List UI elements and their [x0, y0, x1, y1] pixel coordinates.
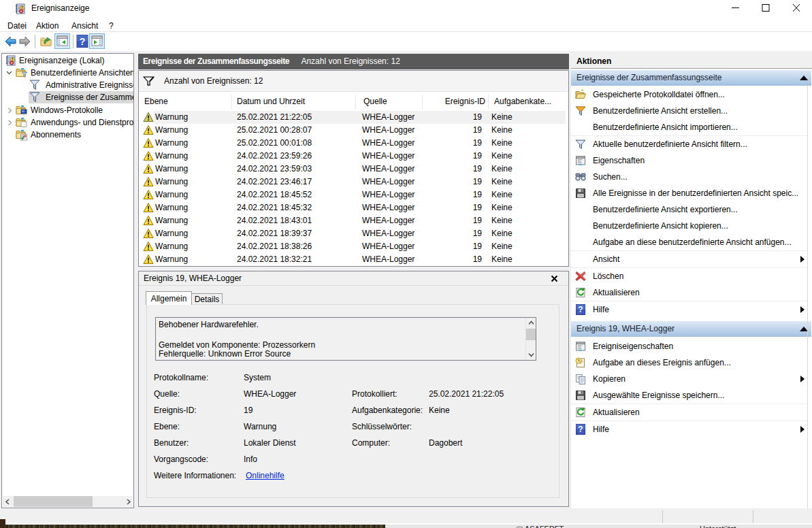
svg-text:?: ?: [578, 425, 583, 434]
svg-text:?: ?: [578, 305, 583, 314]
svg-text:?: ?: [80, 36, 86, 47]
